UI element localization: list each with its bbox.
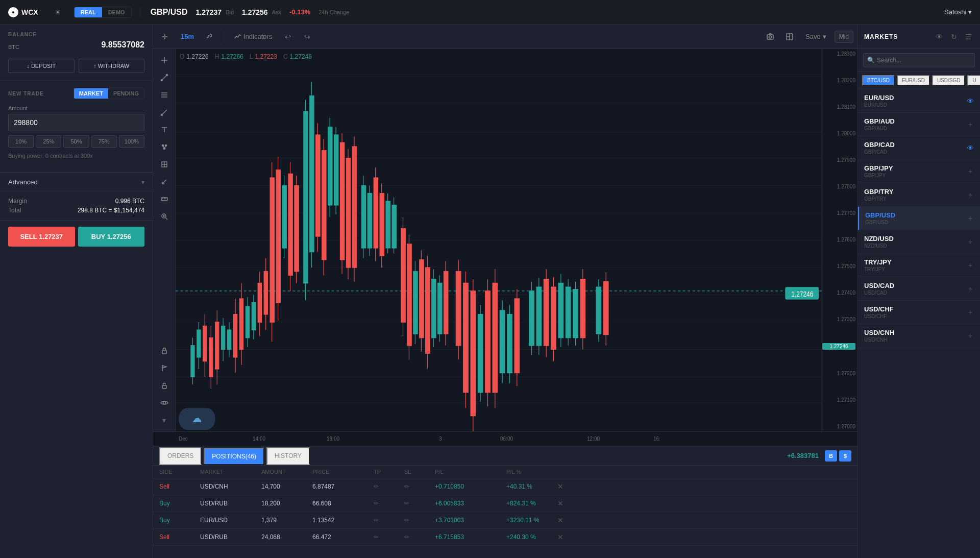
crosshair-draw-icon[interactable] (156, 52, 173, 68)
user-menu[interactable]: Satoshi ▾ (944, 8, 972, 16)
orders-tab[interactable]: ORDERS (159, 447, 202, 465)
pct-25-button[interactable]: 25% (36, 135, 61, 148)
market-tab-btcusd[interactable]: BTC/USD (862, 75, 895, 86)
market-item-gbpusd[interactable]: GBP/USD GBP/USD ＋ (858, 207, 980, 230)
market-item-gbpaud[interactable]: GBP/AUD GBP/AUD ＋ (858, 113, 980, 136)
text-icon[interactable] (156, 122, 173, 138)
pct-50-button[interactable]: 50% (63, 135, 89, 148)
screenshot-icon[interactable] (763, 29, 778, 44)
margin-value: 0.996 BTC (115, 198, 144, 205)
layout-icon[interactable] (782, 29, 797, 44)
mid-label[interactable]: Mid (835, 31, 853, 43)
node-icon[interactable] (156, 139, 173, 155)
plus-icon[interactable]: ＋ (967, 190, 974, 200)
close-position-icon[interactable]: ✕ (557, 482, 578, 491)
market-item-usdcad[interactable]: USD/CAD USD/CAD ＋ (858, 277, 980, 301)
plus-icon[interactable]: ＋ (967, 261, 974, 270)
plus-icon[interactable]: ＋ (967, 214, 974, 223)
close-position-icon[interactable]: ✕ (557, 499, 578, 507)
s-toggle-button[interactable]: $ (839, 450, 851, 462)
plus-icon[interactable]: ＋ (967, 308, 974, 317)
market-mode-button[interactable]: MARKET (74, 88, 108, 99)
price-cell: 6.87487 (312, 483, 374, 490)
positions-tab[interactable]: POSITIONS(46) (204, 448, 264, 464)
markets-search-input[interactable] (863, 53, 975, 67)
sl-edit-icon[interactable]: ✏ (404, 483, 435, 490)
close-position-icon[interactable]: ✕ (557, 533, 578, 541)
market-item-nzdusd[interactable]: NZD/USD NZD/USD ＋ (858, 230, 980, 254)
trend-line-icon[interactable] (156, 69, 173, 86)
unlock-icon[interactable] (156, 377, 173, 394)
demo-mode-button[interactable]: DEMO (102, 7, 131, 17)
plus-icon[interactable]: ＋ (967, 120, 974, 129)
mode-toggle: REAL DEMO (74, 7, 132, 18)
zoom-icon[interactable] (156, 208, 173, 225)
tp-edit-icon[interactable]: ✏ (374, 483, 404, 490)
ruler-icon[interactable] (156, 191, 173, 207)
shape-icon[interactable] (156, 156, 173, 173)
plus-icon[interactable]: ＋ (967, 331, 974, 341)
sell-button[interactable]: SELL 1.27237 (8, 227, 75, 247)
fib-icon[interactable] (156, 87, 173, 103)
theme-icon[interactable]: ☀ (51, 5, 66, 20)
tp-edit-icon[interactable]: ✏ (374, 517, 404, 524)
markets-search: 🔍 (858, 49, 980, 72)
market-item-usdchf[interactable]: USD/CHF USD/CHF ＋ (858, 301, 980, 324)
pending-mode-button[interactable]: PENDING (108, 88, 144, 99)
market-item-usdcnh[interactable]: USD/CNH USD/CNH ＋ (858, 324, 980, 348)
buy-button[interactable]: BUY 1.27256 (78, 227, 145, 247)
indicators-button[interactable]: Indicators (230, 31, 276, 42)
advanced-toggle[interactable]: Advanced ▾ (0, 173, 153, 191)
markets-menu-icon[interactable]: ☰ (963, 31, 974, 43)
amount-input[interactable] (8, 114, 144, 131)
time-3: 3 (439, 436, 442, 442)
redo-icon[interactable]: ↪ (300, 29, 315, 44)
real-mode-button[interactable]: REAL (75, 7, 102, 17)
svg-rect-132 (346, 158, 350, 268)
market-item-eurusd[interactable]: EUR/USD EUR/USD 👁 (858, 89, 980, 113)
sl-edit-icon[interactable]: ✏ (404, 533, 435, 541)
svg-rect-126 (334, 135, 338, 205)
market-tab-u[interactable]: U (967, 75, 980, 86)
search-icon: 🔍 (867, 57, 875, 64)
ray-icon[interactable] (156, 104, 173, 120)
market-primary: USD/CAD (864, 282, 894, 289)
eye-icon[interactable]: 👁 (967, 144, 974, 152)
close-position-icon[interactable]: ✕ (557, 516, 578, 524)
tp-edit-icon[interactable]: ✏ (374, 533, 404, 541)
sl-edit-icon[interactable]: ✏ (404, 500, 435, 507)
flag-icon[interactable] (156, 360, 173, 376)
market-item-tryjpy[interactable]: TRY/JPY TRY/JPY ＋ (858, 254, 980, 277)
plus-icon[interactable]: ＋ (967, 237, 974, 247)
market-item-gbptry[interactable]: GBP/TRY GBP/TRY ＋ (858, 183, 980, 207)
history-tab[interactable]: HISTORY (266, 447, 310, 465)
market-item-gbpcad[interactable]: GBP/CAD GBP/CAD 👁 (858, 136, 980, 160)
undo-icon[interactable]: ↩ (280, 29, 296, 44)
markets-refresh-icon[interactable]: ↻ (949, 31, 959, 43)
pct-100-button[interactable]: 100% (119, 135, 144, 148)
eye-icon[interactable]: 👁 (967, 97, 974, 105)
market-item-gbpjpy[interactable]: GBP/JPY GBP/JPY ＋ (858, 160, 980, 183)
chevron-down-draw-icon[interactable]: ▾ (156, 412, 173, 428)
market-tab-usdsgd[interactable]: USD/SGD (932, 75, 966, 86)
svg-rect-231 (596, 287, 601, 334)
chart-type-icon[interactable] (202, 29, 217, 44)
withdraw-button[interactable]: ↑ WITHDRAW (79, 59, 145, 73)
sl-edit-icon[interactable]: ✏ (404, 517, 435, 524)
crosshair-icon[interactable]: ✛ (157, 29, 173, 44)
pct-75-button[interactable]: 75% (91, 135, 117, 148)
pct-10-button[interactable]: 10% (8, 135, 34, 148)
plus-icon[interactable]: ＋ (967, 167, 974, 176)
timeframe-button[interactable]: 15m (177, 31, 198, 42)
lock-icon[interactable] (156, 343, 173, 359)
market-tab-eurusd[interactable]: EUR/USD (897, 75, 930, 86)
eye-draw-icon[interactable] (156, 395, 173, 411)
save-button[interactable]: Save ▾ (801, 31, 830, 42)
b-toggle-button[interactable]: B (825, 450, 837, 462)
plus-icon[interactable]: ＋ (967, 284, 974, 294)
svg-rect-189 (478, 314, 483, 393)
tp-edit-icon[interactable]: ✏ (374, 500, 404, 507)
arrow-icon[interactable] (156, 174, 173, 190)
deposit-button[interactable]: ↓ DEPOSIT (8, 59, 75, 73)
markets-eye-icon[interactable]: 👁 (934, 31, 945, 43)
